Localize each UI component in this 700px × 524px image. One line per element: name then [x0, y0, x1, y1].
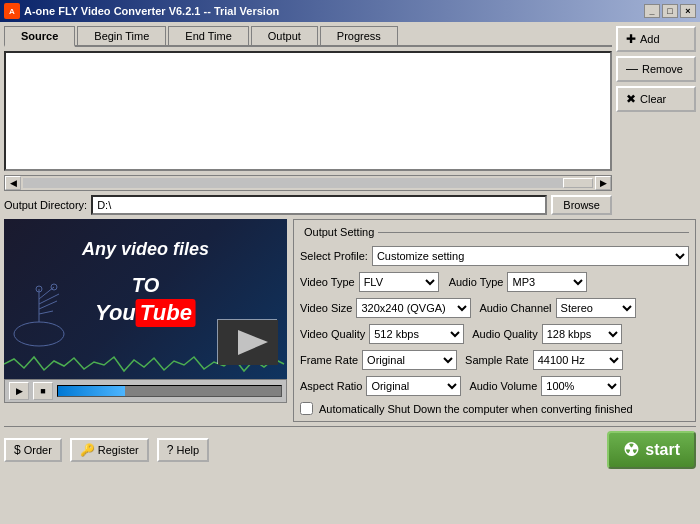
help-label: Help	[176, 444, 199, 456]
add-button[interactable]: ✚ Add	[616, 26, 696, 52]
audio-type-label: Audio Type	[449, 276, 504, 288]
video-type-select[interactable]: FLVAVIMP4WMV	[359, 272, 439, 292]
video-type-label: Video Type	[300, 276, 355, 288]
audio-type-select[interactable]: MP3AACWMA	[507, 272, 587, 292]
video-quality-label: Video Quality	[300, 328, 365, 340]
scroll-right-button[interactable]: ▶	[595, 176, 611, 190]
register-button[interactable]: 🔑 Register	[70, 438, 149, 462]
youtube-you: You	[95, 300, 136, 326]
preview-progress-bar[interactable]	[57, 385, 282, 397]
start-label: start	[645, 441, 680, 459]
size-channel-row: Video Size 320x240 (QVGA)640x4801280x720…	[300, 298, 689, 318]
tab-begin-time[interactable]: Begin Time	[77, 26, 166, 45]
preview-panel: Any video files TO You Tube	[4, 219, 287, 422]
help-icon: ?	[167, 443, 174, 457]
preview-video: Any video files TO You Tube	[4, 219, 287, 379]
frame-rate-select[interactable]: Original15242530	[362, 350, 457, 370]
add-icon: ✚	[626, 32, 636, 46]
preview-controls: ▶ ■	[4, 379, 287, 403]
help-button[interactable]: ? Help	[157, 438, 209, 462]
order-label: Order	[24, 444, 52, 456]
audio-channel-select[interactable]: StereoMono	[556, 298, 636, 318]
youtube-tube: Tube	[136, 299, 196, 327]
type-row: Video Type FLVAVIMP4WMV Audio Type MP3AA…	[300, 272, 689, 292]
scroll-track	[23, 178, 593, 188]
auto-shutdown-label: Automatically Shut Down the computer whe…	[319, 403, 633, 415]
horizontal-scrollbar[interactable]: ◀ ▶	[4, 175, 612, 191]
tab-output[interactable]: Output	[251, 26, 318, 45]
auto-shutdown-checkbox[interactable]	[300, 402, 313, 415]
sample-rate-label: Sample Rate	[465, 354, 529, 366]
bottom-row: Any video files TO You Tube	[4, 219, 696, 422]
preview-text-any: Any video files	[82, 239, 209, 260]
sample-rate-select[interactable]: 44100 Hz22050 Hz11025 Hz	[533, 350, 623, 370]
aspect-ratio-select[interactable]: Original4:316:9	[366, 376, 461, 396]
audio-volume-select[interactable]: 100%50%150%200%	[541, 376, 621, 396]
tab-end-time[interactable]: End Time	[168, 26, 248, 45]
stop-button[interactable]: ■	[33, 382, 53, 400]
close-button[interactable]: ×	[680, 4, 696, 18]
profile-row: Select Profile: Customize settingFLV Sta…	[300, 246, 689, 266]
minimize-button[interactable]: _	[644, 4, 660, 18]
audio-volume-label: Audio Volume	[469, 380, 537, 392]
action-sidebar: ✚ Add — Remove ✖ Clear	[616, 26, 696, 219]
app-icon: A	[4, 3, 20, 19]
play-button[interactable]: ▶	[9, 382, 29, 400]
order-button[interactable]: $ Order	[4, 438, 62, 462]
preview-text-to: TO	[132, 274, 159, 297]
start-button[interactable]: ☢ start	[607, 431, 696, 469]
profile-select[interactable]: Customize settingFLV StandardFLV High Qu…	[372, 246, 689, 266]
settings-panel: Output Setting Select Profile: Customize…	[293, 219, 696, 422]
bottom-bar: $ Order 🔑 Register ? Help ☢ start	[4, 426, 696, 469]
aspect-volume-row: Aspect Ratio Original4:316:9 Audio Volum…	[300, 376, 689, 396]
frame-rate-label: Frame Rate	[300, 354, 358, 366]
add-label: Add	[640, 33, 660, 45]
file-list	[4, 51, 612, 171]
video-quality-select[interactable]: 512 kbps256 kbps1024 kbps	[369, 324, 464, 344]
preview-youtube: You Tube	[95, 299, 196, 327]
tab-source[interactable]: Source	[4, 26, 75, 47]
quality-row: Video Quality 512 kbps256 kbps1024 kbps …	[300, 324, 689, 344]
output-directory-input[interactable]	[91, 195, 547, 215]
video-size-label: Video Size	[300, 302, 352, 314]
auto-shutdown-row: Automatically Shut Down the computer whe…	[300, 402, 689, 415]
scroll-left-button[interactable]: ◀	[5, 176, 21, 190]
remove-icon: —	[626, 62, 638, 76]
start-icon: ☢	[623, 439, 639, 461]
output-directory-label: Output Directory:	[4, 199, 87, 211]
profile-label: Select Profile:	[300, 250, 368, 262]
tabs-bar: Source Begin Time End Time Output Progre…	[4, 26, 612, 47]
clear-button[interactable]: ✖ Clear	[616, 86, 696, 112]
audio-quality-select[interactable]: 128 kbps64 kbps256 kbps	[542, 324, 622, 344]
output-directory-row: Output Directory: Browse	[4, 195, 612, 215]
hand-graphic	[9, 279, 99, 349]
register-icon: 🔑	[80, 443, 95, 457]
clear-icon: ✖	[626, 92, 636, 106]
title-bar: A A-one FLY Video Converter V6.2.1 -- Tr…	[0, 0, 700, 22]
maximize-button[interactable]: □	[662, 4, 678, 18]
main-container: Source Begin Time End Time Output Progre…	[0, 22, 700, 524]
window-controls: _ □ ×	[644, 4, 696, 18]
remove-label: Remove	[642, 63, 683, 75]
remove-button[interactable]: — Remove	[616, 56, 696, 82]
preview-progress-fill	[58, 386, 125, 396]
svg-line-5	[39, 311, 53, 314]
framerate-samplerate-row: Frame Rate Original15242530 Sample Rate …	[300, 350, 689, 370]
clear-label: Clear	[640, 93, 666, 105]
settings-title: Output Setting	[300, 226, 689, 238]
audio-quality-label: Audio Quality	[472, 328, 537, 340]
bottom-left-buttons: $ Order 🔑 Register ? Help	[4, 438, 209, 462]
tab-progress[interactable]: Progress	[320, 26, 398, 45]
order-icon: $	[14, 443, 21, 457]
register-label: Register	[98, 444, 139, 456]
browse-button[interactable]: Browse	[551, 195, 612, 215]
svg-line-3	[39, 294, 59, 304]
aspect-ratio-label: Aspect Ratio	[300, 380, 362, 392]
svg-point-0	[14, 322, 64, 346]
audio-channel-label: Audio Channel	[479, 302, 551, 314]
settings-title-text: Output Setting	[300, 226, 378, 238]
scroll-thumb[interactable]	[563, 178, 593, 188]
title-text: A-one FLY Video Converter V6.2.1 -- Tria…	[24, 5, 279, 17]
video-size-select[interactable]: 320x240 (QVGA)640x4801280x720	[356, 298, 471, 318]
preview-thumbnail	[217, 319, 277, 364]
